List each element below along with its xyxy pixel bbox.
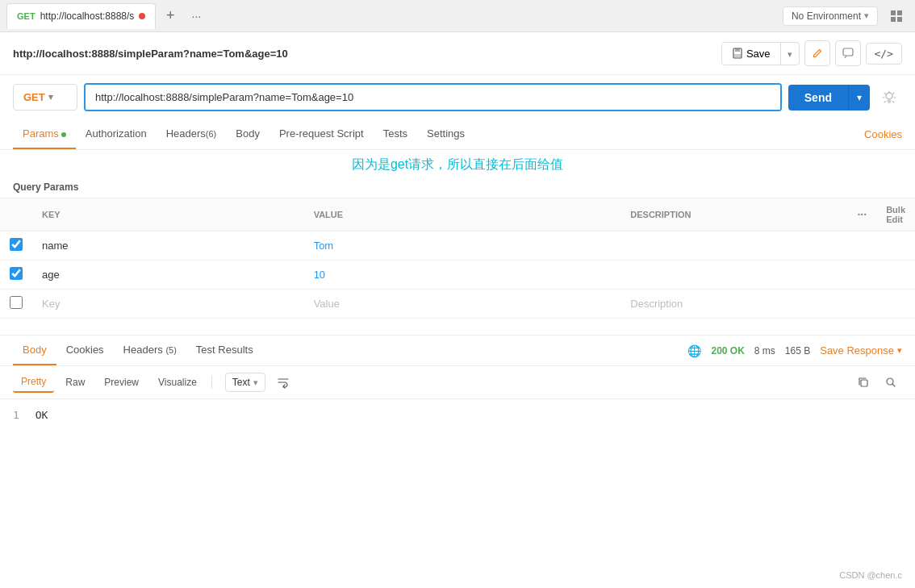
url-input[interactable] — [86, 85, 780, 110]
search-response-button[interactable] — [879, 371, 902, 394]
row2-checkbox[interactable] — [10, 267, 23, 280]
row1-key-cell[interactable]: name — [32, 231, 304, 261]
row2-value-cell[interactable]: 10 — [304, 261, 621, 290]
row1-desc-cell[interactable] — [620, 231, 847, 261]
wrap-button[interactable] — [272, 371, 295, 394]
response-tab-headers[interactable]: Headers (5) — [114, 336, 186, 365]
send-dropdown-button[interactable]: ▾ — [848, 85, 870, 111]
url-title-bar: http://localhost:8888/simpleParam?name=T… — [0, 32, 915, 75]
save-response-button[interactable]: Save Response ▾ — [820, 344, 902, 357]
response-section: Body Cookies Headers (5) Test Results 🌐 … — [0, 335, 915, 431]
row1-checkbox[interactable] — [10, 238, 23, 251]
response-tab-body[interactable]: Body — [13, 336, 56, 365]
env-label: No Environment — [792, 10, 861, 22]
response-tab-test-results[interactable]: Test Results — [186, 336, 263, 365]
edit-button[interactable] — [804, 40, 830, 66]
svg-rect-2 — [891, 17, 896, 22]
row2-key-cell[interactable]: age — [32, 261, 304, 290]
save-response-chevron-icon: ▾ — [897, 345, 902, 356]
type-value: Text — [232, 377, 250, 388]
row3-check-cell — [0, 290, 32, 319]
copy-response-button[interactable] — [852, 371, 875, 394]
table-row: name Tom — [0, 231, 915, 261]
request-input-row: GET ▾ Send ▾ — [0, 75, 915, 119]
svg-rect-9 — [861, 380, 867, 386]
response-body: 1 OK — [0, 399, 915, 431]
request-tabs: Params Authorization Headers(6) Body Pre… — [0, 119, 915, 150]
row3-checkbox[interactable] — [10, 296, 23, 309]
send-chevron-icon: ▾ — [857, 92, 862, 103]
save-label: Save — [746, 48, 771, 60]
format-preview[interactable]: Preview — [96, 373, 147, 392]
response-tab-cookies[interactable]: Cookies — [56, 336, 114, 365]
svg-rect-7 — [843, 48, 853, 56]
response-tabs: Body Cookies Headers (5) Test Results 🌐 … — [0, 336, 915, 366]
comment-button[interactable] — [835, 40, 861, 66]
tab-headers[interactable]: Headers(6) — [157, 119, 227, 149]
save-button[interactable]: Save — [722, 43, 781, 65]
table-row: age 10 — [0, 261, 915, 290]
grid-icon — [890, 10, 903, 23]
row3-extra-cell — [876, 290, 915, 319]
cookies-link[interactable]: Cookies — [864, 128, 902, 140]
type-chevron-icon: ▾ — [253, 377, 258, 388]
tab-tests[interactable]: Tests — [374, 119, 417, 149]
row2-check-cell — [0, 261, 32, 290]
tab-authorization[interactable]: Authorization — [76, 119, 157, 149]
method-value: GET — [23, 91, 45, 103]
globe-icon: 🌐 — [687, 344, 701, 357]
tab-params[interactable]: Params — [13, 119, 76, 149]
row1-more-cell — [847, 231, 876, 261]
row3-key-cell[interactable]: Key — [32, 290, 304, 319]
row2-more-cell — [847, 261, 876, 290]
tab-settings[interactable]: Settings — [417, 119, 474, 149]
method-select[interactable]: GET ▾ — [13, 84, 77, 111]
env-settings-button[interactable] — [884, 4, 909, 28]
request-tab[interactable]: GET http://localhost:8888/s — [6, 3, 156, 29]
line-number-1: 1 — [13, 409, 19, 421]
lightbulb-icon — [882, 90, 896, 105]
row3-desc-cell[interactable]: Description — [620, 290, 847, 319]
code-button[interactable]: </> — [866, 43, 902, 65]
tab-bar: GET http://localhost:8888/s + ··· No Env… — [0, 0, 915, 32]
row3-value-cell[interactable]: Value — [304, 290, 621, 319]
send-button-group: Send ▾ — [788, 85, 870, 111]
request-url-title: http://localhost:8888/simpleParam?name=T… — [13, 48, 715, 60]
save-icon — [732, 48, 743, 59]
method-chevron-icon: ▾ — [48, 92, 53, 102]
save-dropdown-button[interactable]: ▾ — [781, 43, 799, 65]
table-row: Key Value Description — [0, 290, 915, 319]
row1-check-cell — [0, 231, 32, 261]
row1-value-cell[interactable]: Tom — [304, 231, 621, 261]
params-table: KEY VALUE DESCRIPTION ··· Bulk Edit name… — [0, 198, 915, 319]
comment-icon — [842, 48, 854, 59]
magic-button[interactable] — [876, 85, 902, 111]
env-dropdown[interactable]: No Environment ▾ — [783, 6, 878, 26]
url-input-wrapper — [84, 83, 782, 111]
query-params-label: Query Params — [0, 177, 915, 198]
more-tabs-button[interactable]: ··· — [185, 5, 207, 27]
env-selector: No Environment ▾ — [783, 4, 909, 28]
response-time: 8 ms — [754, 345, 775, 357]
bulk-edit-button[interactable]: Bulk Edit — [876, 198, 915, 231]
format-raw[interactable]: Raw — [57, 373, 93, 392]
headers-badge: (6) — [206, 129, 216, 139]
svg-rect-3 — [897, 17, 902, 22]
add-tab-button[interactable]: + — [159, 5, 182, 27]
tab-unsaved-dot — [139, 13, 145, 19]
svg-point-8 — [886, 93, 892, 99]
send-button[interactable]: Send — [788, 85, 848, 111]
format-pretty[interactable]: Pretty — [13, 372, 54, 393]
tab-body[interactable]: Body — [226, 119, 269, 149]
pencil-icon — [812, 48, 823, 59]
save-chevron-icon: ▾ — [788, 49, 792, 59]
search-icon — [885, 377, 896, 388]
row2-desc-cell[interactable] — [620, 261, 847, 290]
url-action-buttons: Save ▾ </> — [721, 40, 902, 66]
env-chevron-icon: ▾ — [864, 10, 869, 21]
row3-more-cell — [847, 290, 876, 319]
format-visualize[interactable]: Visualize — [150, 373, 205, 392]
tab-prerequest[interactable]: Pre-request Script — [269, 119, 374, 149]
type-selector[interactable]: Text ▾ — [225, 373, 265, 392]
response-status-bar: 🌐 200 OK 8 ms 165 B Save Response ▾ — [687, 344, 902, 357]
